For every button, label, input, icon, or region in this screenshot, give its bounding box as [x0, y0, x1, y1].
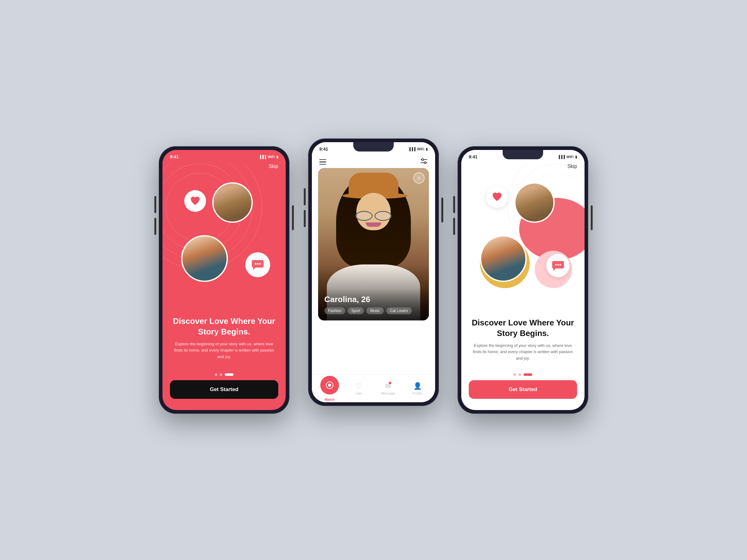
- p3-dot-3-active: [523, 373, 532, 376]
- woman-photo-3: [481, 236, 525, 281]
- tag-sport: Sport: [348, 308, 364, 314]
- avatar-man-3: [514, 182, 555, 223]
- filter-icon: [420, 158, 428, 164]
- phone-3: 9:41 ▐▐▐ WiFi ▮ Skip: [458, 146, 588, 414]
- chat-icon: [252, 260, 264, 270]
- tag-music: Music: [366, 308, 383, 314]
- svg-point-11: [559, 264, 561, 265]
- nav-like[interactable]: ♡ Like: [344, 382, 374, 395]
- notch-2: [353, 142, 394, 152]
- app-header: [312, 156, 435, 168]
- nav-like-label: Like: [356, 391, 362, 395]
- message-icon: ✉: [385, 382, 391, 390]
- nav-match[interactable]: Match: [315, 376, 344, 401]
- dot-3-active: [225, 373, 233, 376]
- timer-icon: ◷: [417, 176, 421, 181]
- wifi-icon: WiFi: [268, 155, 275, 159]
- svg-point-6: [424, 162, 426, 164]
- menu-line: [319, 161, 326, 162]
- chat-bubble: [245, 252, 270, 277]
- avatar-man: [212, 182, 253, 223]
- vol-down-btn-3[interactable]: [453, 218, 455, 235]
- status-time-2: 9:41: [319, 146, 328, 152]
- signal-icon: ▐▐▐: [259, 155, 266, 159]
- nav-message-label: Message: [381, 391, 395, 395]
- profile-name: Carolina, 26: [324, 295, 423, 304]
- status-icons: ▐▐▐ WiFi ▮: [259, 155, 278, 159]
- p3-dot-2: [518, 373, 521, 376]
- skip-button-3[interactable]: Skip: [567, 164, 577, 169]
- battery-icon: ▮: [276, 155, 278, 159]
- svg-point-0: [255, 263, 256, 265]
- headline-3: Discover Love Where Your Story Begins.: [471, 318, 575, 339]
- heart-bubble-3: [486, 186, 508, 208]
- status-time: 9:41: [170, 154, 179, 159]
- get-started-button-3[interactable]: Get Started: [469, 380, 577, 399]
- signal-icon-2: ▐▐▐: [408, 147, 415, 151]
- nav-profile[interactable]: 👤 Profile: [403, 382, 432, 395]
- match-icon: [326, 381, 334, 389]
- wifi-icon-3: WiFi: [566, 155, 574, 159]
- dot-1: [215, 373, 217, 376]
- menu-button[interactable]: [319, 159, 326, 165]
- phone1-content: Skip: [162, 164, 286, 410]
- timer-button[interactable]: ◷: [413, 172, 424, 184]
- match-button[interactable]: [320, 376, 339, 395]
- battery-icon-3: ▮: [575, 155, 577, 159]
- phone-1: 9:41 ▐▐▐ WiFi ▮ Skip: [159, 146, 289, 414]
- like-icon: ♡: [356, 382, 362, 390]
- svg-point-4: [422, 159, 423, 161]
- tag-fashion: Fashion: [324, 308, 345, 314]
- progress-dots: [162, 373, 286, 376]
- vol-up-btn-2[interactable]: [304, 188, 306, 205]
- chat-icon-3: [552, 260, 564, 271]
- phone2-screen: 9:41 ▐▐▐ WiFi ▮: [312, 142, 435, 402]
- onboarding-text-3: Discover Love Where Your Story Begins. E…: [461, 318, 585, 362]
- wifi-icon-2: WiFi: [417, 147, 424, 151]
- body-text-3: Explore the beginning of your story with…: [471, 343, 575, 362]
- power-btn[interactable]: [292, 205, 294, 230]
- vol-up-btn[interactable]: [154, 196, 156, 213]
- woman-photo: [182, 236, 227, 281]
- svg-point-10: [557, 264, 559, 265]
- power-btn-3[interactable]: [591, 205, 593, 230]
- status-time-3: 9:41: [469, 154, 478, 159]
- p3-dot-1: [514, 373, 516, 376]
- profile-card[interactable]: ◷ Carolina, 26 Fashion Sport Music Cat L…: [318, 168, 429, 320]
- man-photo-3: [515, 184, 553, 221]
- heart-bubble: [184, 190, 206, 212]
- nav-message[interactable]: ✉ Message: [374, 382, 403, 395]
- message-icon-wrapper: ✉: [385, 382, 391, 390]
- status-icons-3: ▐▐▐ WiFi ▮: [558, 155, 577, 159]
- onboarding-text: Discover Love Where Your Story Begins. E…: [162, 316, 286, 360]
- man-photo: [213, 184, 252, 221]
- power-btn-2[interactable]: [441, 197, 443, 222]
- menu-line: [319, 159, 326, 160]
- nav-match-label: Match: [325, 398, 335, 401]
- phone3-screen: 9:41 ▐▐▐ WiFi ▮ Skip: [461, 150, 585, 410]
- avatar-woman: [181, 235, 228, 282]
- vol-up-btn-3[interactable]: [453, 196, 455, 213]
- nav-profile-label: Profile: [412, 391, 422, 395]
- headline: Discover Love Where Your Story Begins.: [172, 316, 276, 337]
- status-icons-2: ▐▐▐ WiFi ▮: [408, 147, 428, 151]
- notch-3: [503, 150, 543, 159]
- skip-button[interactable]: Skip: [268, 164, 278, 169]
- svg-point-1: [257, 263, 259, 265]
- phone3-content: Skip: [461, 164, 585, 410]
- body-text: Explore the beginning of your story with…: [172, 341, 276, 360]
- vol-down-btn[interactable]: [154, 218, 156, 235]
- profile-info: Carolina, 26 Fashion Sport Music Cat Lov…: [318, 288, 429, 320]
- tag-cat-lovers: Cat Lovers: [386, 308, 412, 314]
- profile-icon: 👤: [413, 382, 422, 390]
- menu-line: [319, 164, 326, 165]
- svg-point-2: [259, 263, 261, 265]
- get-started-button[interactable]: Get Started: [170, 380, 278, 399]
- battery-icon-2: ▮: [426, 147, 428, 151]
- phone-2: 9:41 ▐▐▐ WiFi ▮: [308, 138, 439, 406]
- progress-dots-3: [461, 373, 585, 376]
- heart-icon-3: [492, 192, 502, 202]
- dot-2: [220, 373, 222, 376]
- vol-down-btn-2[interactable]: [304, 210, 306, 227]
- filter-button[interactable]: [420, 158, 428, 165]
